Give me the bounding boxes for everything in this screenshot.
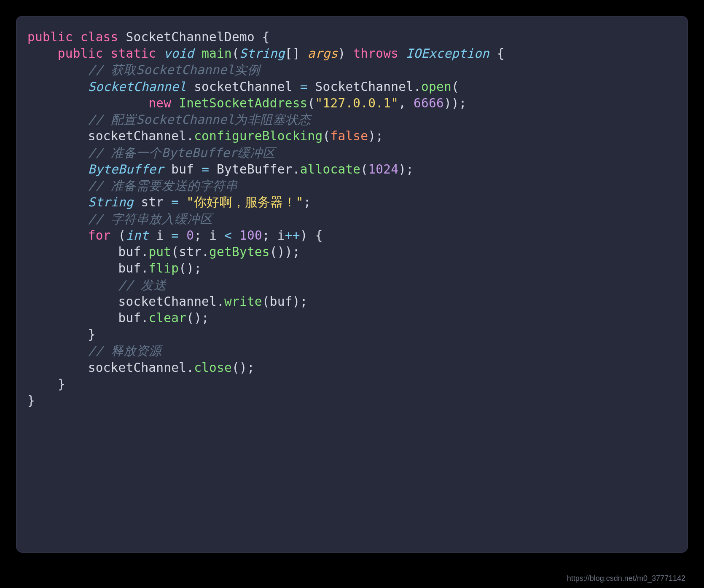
code-block: public class SocketChannelDemo { public … xyxy=(16,16,688,422)
dot: . xyxy=(141,261,148,275)
watermark-link: https://blog.csdn.net/m0_37771142 xyxy=(567,574,685,583)
fn-allocate: allocate xyxy=(300,162,361,176)
paren-close: ); xyxy=(293,294,308,309)
var: buf xyxy=(118,311,141,325)
num-port: 6666 xyxy=(414,96,444,110)
arg: buf xyxy=(270,294,293,309)
string-host: "127.0.0.1" xyxy=(315,96,399,110)
paren-open: ( xyxy=(262,294,270,309)
var: str xyxy=(179,245,202,259)
semicolon: ; xyxy=(262,228,270,243)
var: socketChannel xyxy=(194,80,293,94)
comment: // 释放资源 xyxy=(88,344,162,358)
comment: // 准备一个ByteBuffer缓冲区 xyxy=(88,146,276,160)
num-100: 100 xyxy=(239,228,262,243)
num-1024: 1024 xyxy=(368,162,398,176)
fn-write: write xyxy=(224,294,262,309)
var: socketChannel xyxy=(88,129,187,143)
kw-for: for xyxy=(88,228,111,243)
kw-public: public xyxy=(27,30,73,44)
dot: . xyxy=(217,294,224,309)
brace-close: } xyxy=(27,393,35,408)
paren-open: ( xyxy=(451,80,459,94)
var: str xyxy=(141,195,164,209)
var: buf xyxy=(171,162,194,176)
op-assign: = xyxy=(202,162,209,176)
paren-close: (); xyxy=(179,261,202,275)
op-inc: ++ xyxy=(285,228,300,243)
paren-close: ); xyxy=(368,129,383,143)
paren-open: ( xyxy=(360,162,368,176)
comment: // 发送 xyxy=(118,278,167,292)
var: socketChannel xyxy=(88,361,187,375)
kw-throws: throws xyxy=(353,46,398,61)
kw-public: public xyxy=(58,46,103,61)
var: i xyxy=(209,228,217,243)
paren-close: ()); xyxy=(270,245,300,259)
op-lt: < xyxy=(224,228,232,243)
paren-close: ) xyxy=(300,228,308,243)
brace-close: } xyxy=(88,327,96,342)
comment: // 获取SocketChannel实例 xyxy=(88,63,260,77)
comment: // 字符串放入缓冲区 xyxy=(88,212,212,226)
var: i xyxy=(156,228,164,243)
fn-flip: flip xyxy=(148,261,179,275)
kw-new: new xyxy=(148,96,171,110)
dot: . xyxy=(141,311,148,325)
var: socketChannel xyxy=(118,294,217,309)
paren-close: (); xyxy=(186,311,209,325)
fn-open: open xyxy=(421,80,451,94)
paren-close: ); xyxy=(398,162,414,176)
class-ref: ByteBuffer xyxy=(217,162,293,176)
const-false: false xyxy=(330,129,368,143)
comment: // 配置SocketChannel为非阻塞状态 xyxy=(88,112,311,127)
fn-put: put xyxy=(148,245,171,259)
brace-open: { xyxy=(262,30,270,44)
fn-configureblocking: configureBlocking xyxy=(194,129,322,143)
num-0: 0 xyxy=(186,228,194,243)
paren-close: (); xyxy=(232,361,255,375)
dot: . xyxy=(414,80,421,94)
paren-close: )); xyxy=(444,96,467,110)
var: buf xyxy=(118,261,141,275)
op-assign: = xyxy=(171,195,179,209)
dot: . xyxy=(186,129,194,143)
fn-main: main xyxy=(202,46,232,61)
comma: , xyxy=(398,96,406,110)
comment: // 准备需要发送的字符串 xyxy=(88,179,238,193)
string-msg: "你好啊，服务器！" xyxy=(186,195,304,209)
param-args: args xyxy=(308,46,338,61)
op-assign: = xyxy=(300,80,308,94)
paren-open: ( xyxy=(308,96,315,110)
ctor-inetsocketaddress: InetSocketAddress xyxy=(179,96,307,110)
fn-getbytes: getBytes xyxy=(209,245,270,259)
type-socketchannel: SocketChannel xyxy=(88,80,187,94)
fn-clear: clear xyxy=(148,311,186,325)
brackets: [] xyxy=(285,46,300,61)
type-string: String xyxy=(88,195,134,209)
type-bytebuffer: ByteBuffer xyxy=(88,162,164,176)
type-string: String xyxy=(239,46,285,61)
paren-open: ( xyxy=(118,228,126,243)
op-assign: = xyxy=(171,228,179,243)
dot: . xyxy=(293,162,300,176)
kw-class: class xyxy=(81,30,118,44)
paren-open: ( xyxy=(323,129,331,143)
paren-open: ( xyxy=(232,46,239,61)
brace-close: } xyxy=(58,377,65,391)
type-ioexception: IOException xyxy=(406,46,489,61)
dot: . xyxy=(202,245,209,259)
type-int: int xyxy=(126,228,149,243)
code-snippet-panel: public class SocketChannelDemo { public … xyxy=(16,16,688,553)
var: i xyxy=(277,228,285,243)
paren-close: ) xyxy=(338,46,345,61)
semicolon: ; xyxy=(194,228,202,243)
semicolon: ; xyxy=(304,195,311,209)
brace-open: { xyxy=(497,46,505,61)
paren-open: ( xyxy=(171,245,179,259)
dot: . xyxy=(186,361,194,375)
brace-open: { xyxy=(315,228,323,243)
kw-static: static xyxy=(111,46,156,61)
fn-close: close xyxy=(194,361,232,375)
class-ref: SocketChannel xyxy=(315,80,414,94)
